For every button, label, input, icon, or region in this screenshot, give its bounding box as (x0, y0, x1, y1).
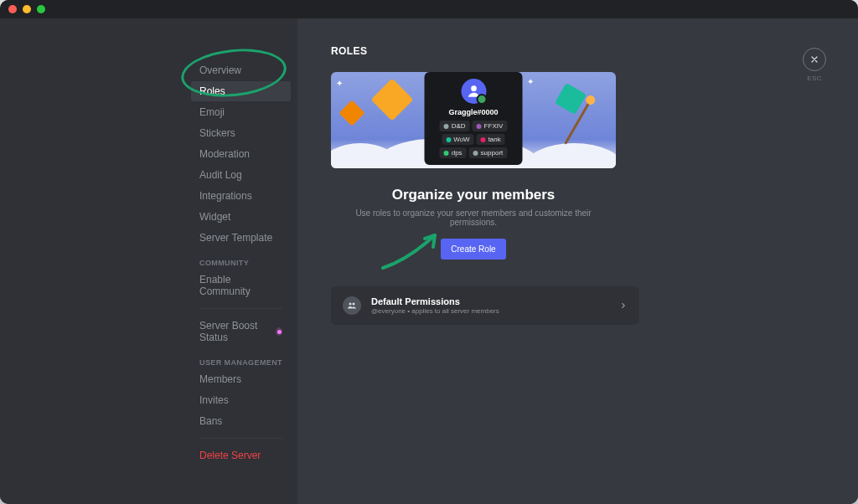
sparkle-icon: ✦ (527, 77, 534, 86)
role-chip-label: WoW (453, 136, 469, 143)
sidebar-item-label: Members (199, 373, 241, 385)
role-chip: support (469, 147, 508, 158)
settings-sidebar: Overview Roles Emoji Stickers Moderation… (0, 18, 297, 504)
role-chip: WoW (442, 134, 473, 145)
decoration-gem (371, 79, 414, 121)
window-close-dot[interactable] (8, 5, 17, 13)
sidebar-separator (199, 308, 282, 309)
boost-icon (276, 327, 282, 336)
sidebar-item-label: Audit Log (199, 169, 242, 181)
sidebar-item-server-boost[interactable]: Server Boost Status (191, 316, 291, 347)
role-chip-label: D&D (452, 122, 466, 130)
sidebar-item-enable-community[interactable]: Enable Community (191, 270, 291, 301)
perm-card-text: Default Permissions @everyone • applies … (371, 296, 499, 315)
example-username: Graggle#0000 (448, 108, 498, 116)
sidebar-item-label: Emoji (199, 106, 225, 118)
avatar (461, 79, 486, 104)
roles-banner: ✦ ✦ Graggle#0000 D&DFFXIVWoWtankdpssuppo… (331, 72, 616, 168)
sidebar-item-emoji[interactable]: Emoji (191, 102, 291, 122)
create-role-button[interactable]: Create Role (441, 239, 505, 260)
sidebar-item-roles[interactable]: Roles (191, 81, 291, 101)
role-chip-label: support (481, 149, 504, 157)
sidebar-item-server-template[interactable]: Server Template (191, 228, 291, 248)
main-content: ESC ROLES ✦ ✦ (297, 18, 858, 504)
sidebar-item-label: Integrations (199, 190, 252, 202)
role-chip: tank (477, 134, 505, 145)
chevron-right-icon (619, 300, 628, 312)
sidebar-item-stickers[interactable]: Stickers (191, 123, 291, 143)
role-chip-label: dps (452, 149, 463, 157)
perm-card-sub: @everyone • applies to all server member… (371, 307, 499, 315)
sidebar-item-bans[interactable]: Bans (191, 411, 291, 431)
members-icon (343, 296, 361, 315)
close-icon (809, 54, 819, 64)
sidebar-separator (199, 438, 282, 439)
example-profile-card: Graggle#0000 D&DFFXIVWoWtankdpssupport (425, 72, 523, 165)
role-chip: FFXIV (473, 121, 508, 131)
sidebar-item-label: Server Boost Status (199, 320, 271, 343)
sidebar-item-label: Overview (199, 64, 241, 76)
role-color-dot (477, 124, 482, 129)
window-minimize-dot[interactable] (23, 5, 31, 13)
sidebar-item-label: Widget (199, 211, 230, 223)
page-title: ROLES (331, 45, 616, 57)
svg-point-0 (471, 85, 477, 91)
default-permissions-card[interactable]: Default Permissions @everyone • applies … (331, 286, 639, 325)
sidebar-item-invites[interactable]: Invites (191, 390, 291, 410)
role-color-dot (473, 151, 478, 156)
sidebar-item-label: Moderation (199, 148, 250, 160)
sidebar-item-label: Bans (199, 415, 222, 427)
presence-indicator (476, 94, 487, 105)
close-label: ESC (803, 75, 826, 82)
sidebar-item-label: Delete Server (199, 450, 261, 461)
sparkle-icon: ✦ (336, 79, 343, 88)
sidebar-item-widget[interactable]: Widget (191, 207, 291, 227)
window-zoom-dot[interactable] (37, 5, 45, 13)
sidebar-item-label: Server Template (199, 232, 272, 244)
decoration-gem (555, 83, 587, 115)
sidebar-item-audit-log[interactable]: Audit Log (191, 165, 291, 185)
close-button[interactable] (803, 48, 826, 71)
role-color-dot (444, 124, 449, 129)
role-chip: dps (440, 147, 467, 158)
role-chips: D&DFFXIVWoWtankdpssupport (430, 121, 518, 158)
sidebar-header-community: COMMUNITY (191, 249, 291, 270)
role-chip-label: tank (488, 136, 501, 143)
sidebar-item-label: Roles (199, 85, 225, 97)
decoration-gem (339, 100, 364, 126)
sidebar-item-overview[interactable]: Overview (191, 60, 291, 80)
app-window: Overview Roles Emoji Stickers Moderation… (0, 0, 858, 504)
sidebar-item-label: Invites (199, 394, 229, 406)
role-color-dot (446, 137, 451, 142)
sidebar-item-moderation[interactable]: Moderation (191, 144, 291, 164)
window-titlebar (0, 0, 858, 18)
section-subtext: Use roles to organize your server member… (331, 208, 616, 227)
sidebar-item-label: Stickers (199, 127, 235, 139)
sidebar-header-user-mgmt: USER MANAGEMENT (191, 348, 291, 369)
sidebar-item-label: Enable Community (199, 274, 282, 297)
sidebar-item-members[interactable]: Members (191, 369, 291, 389)
sidebar-item-integrations[interactable]: Integrations (191, 186, 291, 206)
role-chip-label: FFXIV (484, 122, 504, 130)
section-heading: Organize your members (331, 187, 616, 203)
perm-card-title: Default Permissions (371, 296, 499, 306)
role-color-dot (481, 137, 486, 142)
role-color-dot (444, 151, 449, 156)
sidebar-item-delete-server[interactable]: Delete Server (191, 445, 291, 465)
role-chip: D&D (440, 121, 470, 131)
